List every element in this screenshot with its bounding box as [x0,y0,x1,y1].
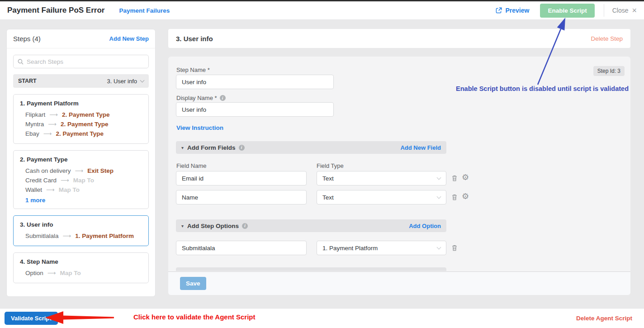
step-card-title: 2. Payment Type [20,156,142,163]
maps-to-arrow-icon: ⟶ [48,121,57,128]
option-target-unmapped: Map To [60,270,80,276]
option-target-unmapped: Map To [59,186,80,193]
step-id-badge: Step Id: 3 [593,66,625,76]
display-name-input[interactable] [176,102,334,117]
field-settings-button[interactable]: ⚙ [462,173,469,181]
topbar-divider [604,4,604,17]
maps-to-arrow-icon: ⟶ [47,270,56,276]
trash-icon [451,175,458,182]
step-option-row: Wallet ⟶ Map To [20,185,142,195]
close-button[interactable]: Close × [612,6,637,14]
delete-field-button[interactable] [451,175,458,182]
start-label: START [18,78,37,84]
step-option-row: Option ⟶ Map To [20,268,142,278]
step-option-row: Credit Card ⟶ Map To [20,176,142,185]
step-option-row: Submitlalala ⟶ 1. Payment Platform [20,231,142,241]
gear-icon: ⚙ [462,192,469,200]
steps-count-title: Steps (4) [13,35,41,43]
annotation-blue-text: Enable Script button is disabled until s… [456,85,629,92]
field-name-input[interactable] [176,190,307,204]
step-detail-footer: Save [168,271,630,295]
field-settings-button[interactable]: ⚙ [462,192,469,200]
option-target-select[interactable]: 1. Payment Platform [317,241,446,255]
gear-icon: ⚙ [462,173,469,181]
add-new-field-button[interactable]: Add New Field [400,144,441,151]
option-label-input[interactable] [176,241,307,255]
field-type-column-label: Field Type [317,162,344,169]
search-steps-input[interactable] [27,58,144,65]
chevron-down-icon [437,194,441,199]
step-name-input[interactable] [176,75,334,89]
info-icon: i [220,95,226,101]
delete-option-button[interactable] [451,244,458,252]
delete-field-button[interactable] [451,194,458,201]
topbar-actions: Preview Enable Script Close × [496,4,637,18]
step-card-payment-type[interactable]: 2. Payment Type Cash on delivery ⟶ Exit … [13,150,149,209]
maps-to-arrow-icon: ⟶ [46,186,55,193]
steps-sidebar: Steps (4) Add New Step START 3. User inf… [6,29,156,297]
validate-script-button[interactable]: Validate Script [5,312,58,325]
delete-agent-script-link[interactable]: Delete Agent Script [576,315,632,322]
preview-icon [496,7,502,14]
collapsed-section-bar-partial [176,267,446,271]
annotation-red-text: Click here to validate the Agent Script [133,313,256,321]
step-option-row: Myntra ⟶ 2. Payment Type [20,119,142,129]
step-card-title: 1. Payment Platform [20,100,142,107]
page-title: Payment Failure PoS Error [7,6,104,15]
maps-to-arrow-icon: ⟶ [43,130,52,137]
add-option-button[interactable]: Add Option [409,223,441,229]
field-name-input[interactable] [176,171,307,185]
preview-button[interactable]: Preview [496,7,529,14]
step-detail-card: Step Id: 3 Step Name * Display Name * i … [168,57,630,295]
option-target: 1. Payment Platform [75,233,134,239]
step-card-title: 4. Step Name [20,258,142,265]
step-detail-header: 3. User info Delete Step [168,29,630,48]
top-header: Payment Failure PoS Error Payment Failur… [0,1,644,20]
bottom-action-bar: Validate Script Delete Agent Script [0,308,644,328]
save-button[interactable]: Save [180,277,206,290]
search-icon [18,59,24,65]
step-option-row: Ebay ⟶ 2. Payment Type [20,129,142,138]
step-name-label: Step Name * [176,67,210,73]
trash-icon [451,244,458,252]
info-icon: i [242,223,248,229]
search-steps-box [13,55,149,68]
caret-down-icon: ▾ [181,223,184,228]
chevron-down-icon [437,245,441,249]
field-name-column-label: Field Name [176,162,206,169]
field-type-select[interactable]: Text [317,190,446,204]
option-target: 2. Payment Type [56,130,104,137]
breadcrumb[interactable]: Payment Failures [119,7,170,14]
step-card-title: 3. User info [20,221,142,228]
close-icon: × [632,6,637,14]
step-detail-title: 3. User info [176,35,213,43]
add-form-fields-section-bar[interactable]: ▾ Add Form Fields i Add New Field [176,141,446,154]
enable-script-button[interactable]: Enable Script [540,4,594,18]
step-card-step-name[interactable]: 4. Step Name Option ⟶ Map To [13,252,149,283]
maps-to-arrow-icon: ⟶ [75,167,84,174]
steps-header: Steps (4) Add New Step [7,29,155,48]
trash-icon [451,194,458,201]
section-title: Add Step Options [187,223,239,229]
step-card-payment-platform[interactable]: 1. Payment Platform Flipkart ⟶ 2. Paymen… [13,94,149,144]
maps-to-arrow-icon: ⟶ [63,233,71,239]
section-title: Add Form Fields [187,144,236,151]
chevron-down-icon [437,175,441,180]
show-more-options-link[interactable]: 1 more [25,197,142,204]
step-card-user-info[interactable]: 3. User info Submitlalala ⟶ 1. Payment P… [13,215,149,246]
view-instruction-link[interactable]: View Instruction [176,124,223,131]
close-label: Close [612,7,629,14]
maps-to-arrow-icon: ⟶ [61,177,69,184]
start-step-selector[interactable]: START 3. User info [13,74,149,88]
add-new-step-button[interactable]: Add New Step [109,35,149,42]
info-icon: i [239,145,245,151]
chevron-down-icon [140,78,145,82]
add-step-options-section-bar[interactable]: ▾ Add Step Options i Add Option [176,219,446,232]
caret-down-icon: ▾ [181,145,184,150]
step-option-row: Flipkart ⟶ 2. Payment Type [20,110,142,119]
option-target: Exit Step [87,167,114,174]
maps-to-arrow-icon: ⟶ [49,111,58,118]
field-type-select[interactable]: Text [317,171,446,185]
delete-step-button[interactable]: Delete Step [591,35,623,42]
option-target: 2. Payment Type [61,121,109,128]
